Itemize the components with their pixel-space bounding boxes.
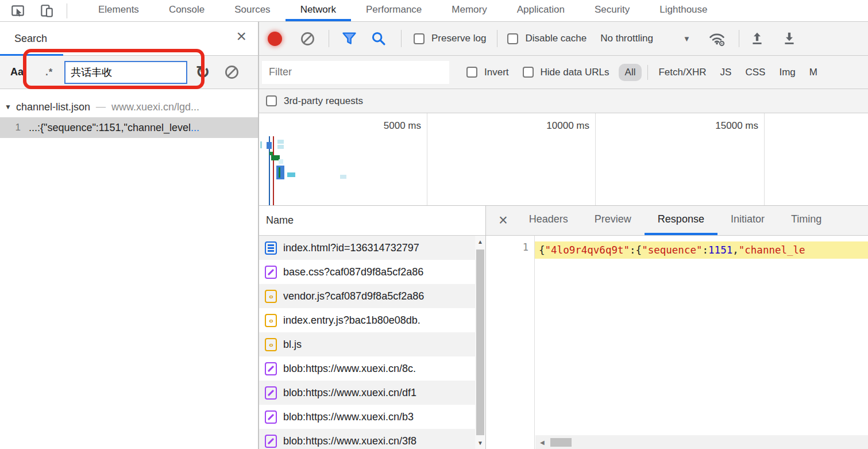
- request-row[interactable]: ‹›index.entry.js?bac1b80e08db.: [259, 308, 485, 332]
- request-detail-panel: × HeadersPreviewResponseInitiatorTiming …: [486, 206, 868, 449]
- separator: [647, 65, 648, 80]
- record-icon[interactable]: [268, 32, 282, 46]
- request-row[interactable]: blob:https://www.xuexi.cn/b3: [259, 405, 485, 429]
- close-search-icon[interactable]: ×: [236, 28, 246, 45]
- resource-filter-css[interactable]: CSS: [745, 67, 765, 78]
- resource-filter-fetchxhr[interactable]: Fetch/XHR: [658, 67, 706, 78]
- filter-funnel-icon[interactable]: [341, 30, 357, 47]
- request-name: blob:https://www.xuexi.cn/3f8: [283, 435, 416, 447]
- response-hscrollbar[interactable]: ◀: [535, 435, 868, 449]
- filter-input[interactable]: [262, 61, 449, 84]
- code-segment: "sequence": [642, 244, 702, 256]
- result-url: www.xuexi.cn/lgd...: [111, 101, 199, 113]
- line-number-gutter: 1: [486, 236, 535, 449]
- expander-icon[interactable]: ▼: [5, 103, 11, 111]
- code-segment: ,: [732, 244, 739, 256]
- scroll-left-icon[interactable]: ◀: [540, 439, 545, 446]
- request-row[interactable]: ‹›bl.js: [259, 332, 485, 356]
- search-result-match[interactable]: 1 ...:{"sequence":1151,"channel_level ..…: [0, 117, 258, 138]
- import-har-icon[interactable]: [750, 31, 765, 46]
- css-file-icon: [265, 386, 277, 400]
- code-segment: "4lo9r4qv6q9t": [545, 244, 630, 256]
- request-row[interactable]: blob:https://www.xuexi.cn/df1: [259, 381, 485, 405]
- tab-console[interactable]: Console: [154, 0, 219, 21]
- tab-timing[interactable]: Timing: [778, 206, 835, 235]
- waterfall-mark: [279, 159, 283, 164]
- overview-tick-label: 5000 ms: [329, 120, 421, 132]
- match-line-number: 1: [0, 122, 21, 133]
- request-row[interactable]: index.html?id=136314732797: [259, 236, 485, 260]
- tab-headers[interactable]: Headers: [516, 206, 581, 235]
- third-party-label: 3rd-party requests: [284, 95, 363, 107]
- tab-performance[interactable]: Performance: [351, 0, 437, 21]
- name-column-header[interactable]: Name: [259, 206, 485, 236]
- waterfall-mark: [260, 141, 262, 148]
- network-bottom: Name index.html?id=136314732797base.css?…: [259, 206, 868, 449]
- tab-lighthouse[interactable]: Lighthouse: [645, 0, 722, 21]
- resource-filter-js[interactable]: JS: [720, 67, 732, 78]
- separator: [739, 30, 739, 47]
- close-detail-icon[interactable]: ×: [499, 213, 508, 228]
- request-name: bl.js: [283, 339, 302, 351]
- tab-security[interactable]: Security: [580, 0, 645, 21]
- clear-network-log-icon[interactable]: [300, 31, 315, 47]
- resource-filter-all[interactable]: All: [619, 64, 642, 81]
- disable-cache-label: Disable cache: [525, 33, 587, 44]
- hscrollbar-thumb[interactable]: [550, 438, 572, 447]
- match-ellipsis: ...: [191, 122, 199, 134]
- request-row[interactable]: ‹›vendor.js?caf087d9f8a5cf2a86: [259, 284, 485, 308]
- disable-cache-checkbox[interactable]: [507, 33, 518, 44]
- tab-elements[interactable]: Elements: [83, 0, 154, 21]
- preserve-log-checkbox[interactable]: [414, 33, 425, 44]
- network-conditions-icon[interactable]: [708, 30, 726, 47]
- tabbar-icon-group: [0, 0, 71, 21]
- requests-scrollbar[interactable]: ▲ ▼: [475, 236, 485, 449]
- hide-data-urls-checkbox[interactable]: [523, 67, 534, 78]
- resource-filter-m[interactable]: M: [809, 67, 817, 78]
- code-segment: :: [630, 244, 636, 256]
- match-case-button[interactable]: Aa: [10, 66, 24, 78]
- code-area[interactable]: {"4lo9r4qv6q9t":{"sequence":1151,"channe…: [535, 236, 868, 449]
- separator: [329, 30, 329, 47]
- clear-search-results-icon[interactable]: [224, 64, 240, 80]
- waterfall-mark: [277, 145, 284, 149]
- search-icon[interactable]: [371, 30, 387, 47]
- refresh-icon[interactable]: ↻: [195, 64, 210, 81]
- separator: [497, 30, 497, 47]
- export-har-icon[interactable]: [782, 31, 797, 46]
- request-row[interactable]: blob:https://www.xuexi.cn/3f8: [259, 429, 485, 449]
- tab-response[interactable]: Response: [645, 206, 717, 235]
- request-row[interactable]: base.css?caf087d9f8a5cf2a86: [259, 260, 485, 284]
- tab-memory[interactable]: Memory: [437, 0, 501, 21]
- network-overview[interactable]: 5000 ms10000 ms15000 ms: [259, 113, 868, 206]
- tab-preview[interactable]: Preview: [581, 206, 645, 235]
- third-party-checkbox[interactable]: [266, 95, 277, 106]
- overview-tick-label: 15000 ms: [666, 120, 758, 132]
- scroll-up-icon[interactable]: ▲: [475, 239, 485, 245]
- request-row[interactable]: blob:https://www.xuexi.cn/8c.: [259, 356, 485, 381]
- separator: [67, 3, 67, 18]
- tab-network[interactable]: Network: [286, 0, 351, 21]
- search-result-file[interactable]: ▼ channel-list.json — www.xuexi.cn/lgd..…: [0, 97, 258, 117]
- regex-button[interactable]: .*: [45, 67, 53, 78]
- search-tab-indicator: [0, 54, 63, 56]
- detail-tabs: × HeadersPreviewResponseInitiatorTiming: [486, 206, 868, 236]
- inspect-element-icon[interactable]: [8, 2, 28, 20]
- scrollbar-thumb[interactable]: [476, 250, 484, 435]
- scroll-down-icon[interactable]: ▼: [475, 440, 485, 446]
- resource-filter-img[interactable]: Img: [779, 67, 795, 78]
- tab-sources[interactable]: Sources: [219, 0, 285, 21]
- response-content: 1 {"4lo9r4qv6q9t":{"sequence":1151,"chan…: [486, 236, 868, 449]
- invert-checkbox[interactable]: [466, 67, 477, 78]
- html-file-icon: [265, 241, 277, 255]
- device-toolbar-icon[interactable]: [37, 2, 56, 20]
- tab-application[interactable]: Application: [502, 0, 580, 21]
- match-text: ...:{"sequence":1151,"channel_level: [29, 122, 191, 134]
- chevron-down-icon[interactable]: ▼: [683, 34, 690, 43]
- code-segment: :: [703, 244, 709, 256]
- overview-gridline: [764, 113, 765, 205]
- overview-tick-label: 10000 ms: [497, 120, 589, 132]
- tab-initiator[interactable]: Initiator: [717, 206, 778, 235]
- throttling-select[interactable]: No throttling: [600, 33, 653, 44]
- search-input[interactable]: [64, 61, 187, 84]
